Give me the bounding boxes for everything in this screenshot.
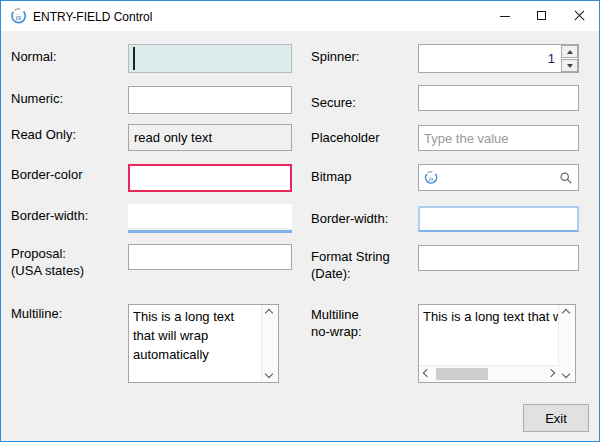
border-width-right-input[interactable] xyxy=(418,206,579,232)
format-string-label-line1: Format String xyxy=(311,249,390,265)
numeric-input[interactable] xyxy=(128,86,292,114)
normal-label: Normal: xyxy=(11,49,57,65)
placeholder-label: Placeholder xyxy=(311,130,380,146)
readonly-input[interactable] xyxy=(128,124,292,151)
proposal-label-line2: (USA states) xyxy=(11,263,84,279)
secure-input[interactable] xyxy=(418,85,579,111)
spinner-down-icon xyxy=(567,64,573,68)
scrollbar-thumb[interactable] xyxy=(436,368,488,380)
spinner-up-button[interactable] xyxy=(561,45,578,58)
border-width-left-input[interactable] xyxy=(128,204,292,228)
scroll-up-icon xyxy=(265,309,273,317)
scroll-down-icon xyxy=(562,370,570,378)
spinner-field xyxy=(418,44,579,73)
spinner-up-icon xyxy=(567,50,573,54)
scroll-down-icon xyxy=(265,370,273,378)
spinner-label: Spinner: xyxy=(311,49,359,65)
minimize-button[interactable] xyxy=(488,1,522,31)
entry-field-control-window: is ENTRY-FIELD Control Normal: Numeric: … xyxy=(0,0,600,442)
scroll-up-icon xyxy=(562,309,570,317)
format-string-label-line2: (Date): xyxy=(311,266,351,282)
border-width-left-label: Border-width: xyxy=(11,208,88,224)
bitmap-input[interactable]: is xyxy=(418,164,579,191)
exit-button[interactable]: Exit xyxy=(523,404,589,432)
placeholder-input[interactable] xyxy=(418,125,579,151)
border-color-label: Border-color xyxy=(11,167,83,183)
multiline-textarea-frame: This is a long text that will wrap autom… xyxy=(128,304,279,383)
close-button[interactable] xyxy=(562,1,596,31)
maximize-button[interactable] xyxy=(525,1,559,31)
multiline-label: Multiline: xyxy=(11,306,62,322)
spinner-down-button[interactable] xyxy=(561,59,578,72)
multiline-textarea[interactable]: This is a long text that will wrap autom… xyxy=(129,305,262,382)
numeric-label: Numeric: xyxy=(11,91,63,107)
proposal-input[interactable] xyxy=(128,244,292,270)
bitmap-label: Bitmap xyxy=(311,169,351,185)
proposal-label-line1: Proposal: xyxy=(11,246,66,262)
vertical-scrollbar[interactable] xyxy=(261,305,278,382)
vertical-scrollbar[interactable] xyxy=(558,305,575,382)
horizontal-scrollbar[interactable] xyxy=(419,365,559,382)
search-icon[interactable] xyxy=(559,171,573,185)
is-logo-icon: is xyxy=(10,8,27,25)
multiline-nowrap-textarea[interactable]: This is a long text that will wrap autom… xyxy=(419,305,559,365)
border-width-right-label: Border-width: xyxy=(311,211,388,227)
svg-text:is: is xyxy=(429,174,434,181)
normal-input[interactable] xyxy=(128,44,292,73)
svg-text:is: is xyxy=(16,13,21,22)
text-caret xyxy=(133,47,135,70)
spinner-input[interactable] xyxy=(418,44,579,73)
titlebar[interactable]: is ENTRY-FIELD Control xyxy=(1,1,599,31)
border-width-underline xyxy=(128,230,292,233)
multiline-nowrap-label-line1: Multiline xyxy=(311,307,359,323)
scroll-left-icon xyxy=(423,369,431,377)
secure-label: Secure: xyxy=(311,95,356,111)
border-color-input[interactable] xyxy=(128,164,292,192)
window-title: ENTRY-FIELD Control xyxy=(33,10,152,24)
format-string-input[interactable] xyxy=(418,245,579,271)
close-icon xyxy=(573,15,586,16)
minimize-icon xyxy=(500,16,510,17)
is-logo-small-icon: is xyxy=(424,171,438,185)
scroll-right-icon xyxy=(547,369,555,377)
readonly-label: Read Only: xyxy=(11,127,76,143)
multiline-nowrap-label-line2: no-wrap: xyxy=(311,324,362,340)
multiline-nowrap-textarea-frame: This is a long text that will wrap autom… xyxy=(418,304,576,383)
maximize-icon xyxy=(537,11,546,20)
